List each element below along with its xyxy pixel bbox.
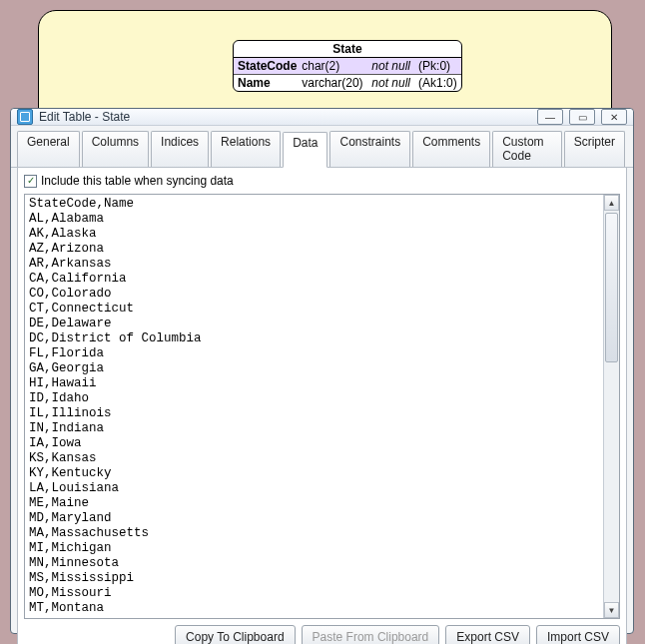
scroll-thumb[interactable] [605,213,618,362]
tab-data[interactable]: Data [283,132,327,168]
tab-comments[interactable]: Comments [412,131,490,167]
sync-checkbox-label: Include this table when syncing data [41,174,234,188]
edit-table-window: Edit Table - State — ▭ ✕ GeneralColumnsI… [10,108,634,634]
data-textarea[interactable]: StateCode,Name AL,Alabama AK,Alaska AZ,A… [25,195,603,618]
tab-general[interactable]: General [17,131,80,167]
minimize-button[interactable]: — [537,109,563,125]
schema-col-null: not null [371,76,418,90]
import-csv-button[interactable]: Import CSV [536,625,620,644]
tab-constraints[interactable]: Constraints [329,131,410,167]
schema-col-type: varchar(20) [302,76,371,90]
copy-clipboard-button[interactable]: Copy To Clipboard [175,625,296,644]
data-textarea-wrap: StateCode,Name AL,Alabama AK,Alaska AZ,A… [24,194,620,619]
tab-bar: GeneralColumnsIndicesRelationsDataConstr… [11,126,633,168]
schema-row[interactable]: Name varchar(20) not null (Ak1:0) [234,75,461,91]
titlebar[interactable]: Edit Table - State — ▭ ✕ [11,109,633,126]
schema-box[interactable]: State StateCode char(2) not null (Pk:0) … [233,40,462,92]
schema-col-null: not null [371,59,418,73]
export-csv-button[interactable]: Export CSV [445,625,530,644]
scroll-up-button[interactable]: ▲ [604,195,619,211]
tab-scripter[interactable]: Scripter [564,131,625,167]
button-row: Copy To Clipboard Paste From Clipboard E… [24,625,620,644]
tab-content-data: ✓ Include this table when syncing data S… [17,168,627,644]
tab-columns[interactable]: Columns [82,131,149,167]
maximize-button[interactable]: ▭ [569,109,595,125]
schema-col-key: (Ak1:0) [418,76,457,90]
sync-checkbox[interactable]: ✓ [24,175,37,188]
paste-clipboard-button[interactable]: Paste From Clipboard [302,625,440,644]
scroll-down-button[interactable]: ▼ [604,602,619,618]
scrollbar[interactable]: ▲ ▼ [603,195,619,618]
schema-col-name: Name [238,76,302,90]
tab-relations[interactable]: Relations [211,131,281,167]
tab-indices[interactable]: Indices [151,131,209,167]
tab-custom-code[interactable]: Custom Code [492,131,561,167]
schema-col-key: (Pk:0) [418,59,457,73]
schema-row[interactable]: StateCode char(2) not null (Pk:0) [234,58,461,75]
scroll-track[interactable] [604,211,619,602]
app-icon [17,109,33,125]
window-title: Edit Table - State [39,110,130,124]
close-button[interactable]: ✕ [601,109,627,125]
schema-col-name: StateCode [238,59,302,73]
schema-col-type: char(2) [302,59,371,73]
schema-title: State [234,41,461,58]
